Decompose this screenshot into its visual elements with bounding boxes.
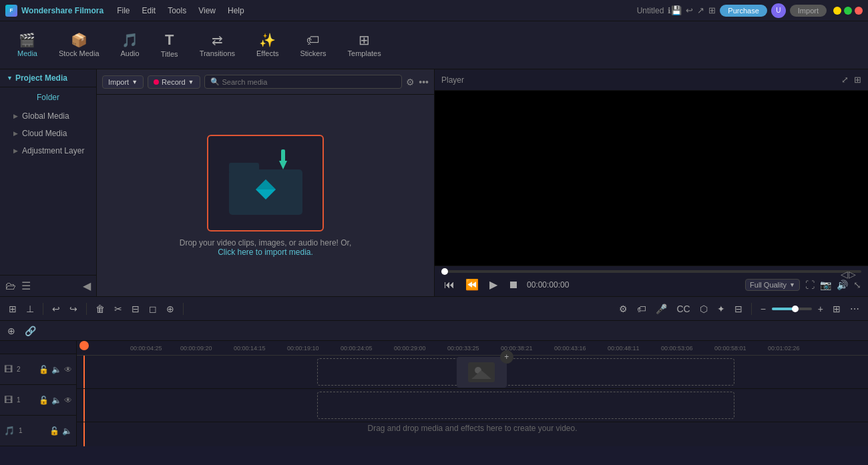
ai-button[interactable]: ✦ bbox=[714, 302, 728, 316]
audio-label: Audio bbox=[121, 49, 140, 57]
track-1-visible-icon[interactable]: 👁 bbox=[64, 396, 72, 405]
track-1-unlock-icon[interactable]: 🔓 bbox=[39, 396, 49, 405]
zoom-out-button[interactable]: − bbox=[757, 302, 769, 316]
avatar[interactable]: U bbox=[771, 3, 786, 18]
mic-button[interactable]: 🎤 bbox=[652, 302, 670, 316]
scene-button[interactable]: ⬡ bbox=[696, 302, 711, 316]
track-2-label: 2 bbox=[17, 366, 21, 373]
more-icon[interactable]: ••• bbox=[419, 77, 429, 87]
pip-button[interactable]: ⊟ bbox=[731, 302, 746, 316]
purchase-button[interactable]: Purchase bbox=[720, 5, 767, 17]
track-2-mute-icon[interactable]: 🔈 bbox=[51, 365, 61, 374]
timeline-layout-button[interactable]: ⊞ bbox=[5, 302, 20, 316]
stock-media-icon: 📦 bbox=[71, 33, 87, 47]
player-screen bbox=[435, 91, 868, 266]
tryit-button[interactable]: Import bbox=[790, 5, 827, 17]
fullscreen-icon[interactable]: ⛶ bbox=[805, 280, 815, 290]
save-icon[interactable]: 💾 bbox=[671, 5, 682, 15]
prev-frame-icon[interactable]: ◁ bbox=[841, 269, 848, 280]
toolbar-titles[interactable]: T Titles bbox=[152, 29, 188, 62]
menu-tools[interactable]: Tools bbox=[162, 5, 192, 17]
menu-help[interactable]: Help bbox=[222, 5, 250, 17]
minimize-button[interactable] bbox=[833, 7, 841, 15]
import-button[interactable]: Import ▼ bbox=[102, 75, 144, 89]
toolbar-stickers[interactable]: 🏷 Stickers bbox=[290, 29, 335, 61]
video-track-2-area[interactable]: + bbox=[77, 356, 868, 389]
frame-back-button[interactable]: ⏪ bbox=[463, 277, 481, 292]
volume-icon[interactable]: 🔊 bbox=[837, 280, 848, 290]
more-options-button[interactable]: ⊞ bbox=[829, 302, 844, 316]
zoom-slider[interactable] bbox=[772, 308, 812, 310]
transform-button[interactable]: ⊕ bbox=[163, 302, 178, 316]
link-button[interactable]: 🔗 bbox=[21, 324, 39, 338]
folder-item[interactable]: Folder bbox=[0, 87, 96, 107]
menu-file[interactable]: File bbox=[112, 5, 135, 17]
progress-thumb[interactable] bbox=[441, 268, 448, 275]
cut-button[interactable]: ✂ bbox=[111, 302, 126, 316]
media-label: Media bbox=[17, 49, 37, 57]
add-track-button[interactable]: ⊕ bbox=[4, 324, 19, 338]
undo-button[interactable]: ↩ bbox=[49, 302, 63, 316]
track-2-drop-zone[interactable] bbox=[317, 358, 734, 386]
audio-1-mute-icon[interactable]: 🔈 bbox=[62, 426, 72, 436]
search-input[interactable] bbox=[222, 78, 397, 86]
crop-icon[interactable]: ⤡ bbox=[853, 280, 861, 290]
collapse-arrow[interactable]: ▼ bbox=[7, 75, 13, 81]
share-icon[interactable]: ↗ bbox=[697, 5, 704, 15]
media-drop-zone[interactable]: Drop your video clips, images, or audio … bbox=[97, 95, 434, 296]
magnet-button[interactable]: ⊥ bbox=[23, 302, 37, 316]
delete-button[interactable]: 🗑 bbox=[92, 302, 108, 316]
toolbar-transitions[interactable]: ⇄ Transitions bbox=[190, 29, 244, 61]
snap-button[interactable]: ⚙ bbox=[616, 302, 631, 316]
menu-view[interactable]: View bbox=[193, 5, 221, 17]
project-media-header: ▼ Project Media bbox=[0, 69, 96, 87]
track-1-mute-icon[interactable]: 🔈 bbox=[51, 396, 61, 405]
menu-edit[interactable]: Edit bbox=[136, 5, 161, 17]
toolbar-media[interactable]: 🎬 Media bbox=[8, 29, 47, 61]
track-2-unlock-icon[interactable]: 🔓 bbox=[39, 365, 49, 374]
next-frame-icon[interactable]: ▷ bbox=[849, 269, 856, 280]
sidebar-item-cloud-media[interactable]: ▶ Cloud Media bbox=[0, 125, 96, 142]
grid-icon[interactable]: ⊞ bbox=[708, 5, 716, 15]
cc-button[interactable]: CC bbox=[673, 302, 693, 316]
collapse-panel-icon[interactable]: ◀ bbox=[83, 280, 91, 292]
close-button[interactable] bbox=[855, 7, 863, 15]
toolbar-effects[interactable]: ✨ Effects bbox=[247, 29, 288, 61]
zoom-in-button[interactable]: + bbox=[815, 302, 827, 316]
skip-back-button[interactable]: ⏮ bbox=[441, 278, 457, 292]
maximize-button[interactable] bbox=[844, 7, 852, 15]
search-box[interactable]: 🔍 bbox=[204, 75, 403, 89]
play-button[interactable]: ▶ bbox=[487, 277, 500, 292]
settings-icon[interactable]: ⊞ bbox=[854, 75, 861, 85]
track-1-drop-zone[interactable] bbox=[317, 392, 734, 419]
record-button[interactable]: Record ▼ bbox=[148, 75, 200, 89]
toolbar-templates[interactable]: ⊞ Templates bbox=[339, 29, 391, 61]
audio-1-unlock-icon[interactable]: 🔓 bbox=[49, 426, 59, 436]
progress-bar[interactable]: ◁ ▷ bbox=[441, 270, 861, 273]
crop-button[interactable]: ◻ bbox=[146, 302, 160, 316]
quality-select[interactable]: Full Quality ▼ bbox=[745, 279, 800, 291]
snapshot-icon[interactable]: 📷 bbox=[820, 280, 831, 290]
sidebar-item-global-media[interactable]: ▶ Global Media bbox=[0, 107, 96, 125]
split-button[interactable]: ⊟ bbox=[128, 302, 143, 316]
redo-button[interactable]: ↪ bbox=[66, 302, 81, 316]
playhead-marker[interactable] bbox=[79, 341, 89, 350]
undo-icon[interactable]: ↩ bbox=[686, 5, 693, 15]
expand-timeline-button[interactable]: ⋯ bbox=[847, 302, 863, 316]
filter-icon[interactable]: ⚙ bbox=[406, 77, 415, 87]
toolbar-stock-media[interactable]: 📦 Stock Media bbox=[49, 29, 109, 61]
sidebar-item-adjustment-layer[interactable]: ▶ Adjustment Layer bbox=[0, 142, 96, 159]
stop-button[interactable]: ⏹ bbox=[505, 278, 521, 292]
zoom-thumb[interactable] bbox=[792, 306, 799, 312]
ruler-mark-5: 00:00:24:05 bbox=[341, 345, 373, 352]
mark-button[interactable]: 🏷 bbox=[634, 302, 650, 316]
track-1-actions: 🔓 🔈 👁 bbox=[39, 396, 72, 405]
titlebar: F Wondershare Filmora File Edit Tools Vi… bbox=[0, 0, 868, 21]
expand-icon[interactable]: ⤢ bbox=[841, 75, 849, 85]
track-2-visible-icon[interactable]: 👁 bbox=[64, 365, 72, 374]
new-folder-icon[interactable]: 🗁 bbox=[5, 280, 16, 292]
drop-link[interactable]: Click here to import media. bbox=[218, 248, 313, 257]
list-icon[interactable]: ☰ bbox=[21, 280, 31, 292]
toolbar-audio[interactable]: 🎵 Audio bbox=[112, 29, 149, 61]
separator bbox=[43, 303, 43, 315]
